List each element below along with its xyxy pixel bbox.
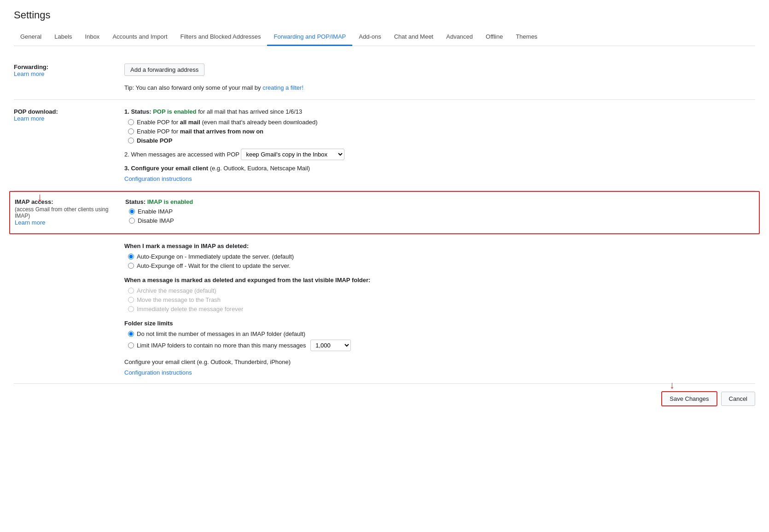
imap-expunged-option3: Immediately delete the message forever [128, 306, 755, 312]
add-forwarding-address-button[interactable]: Add a forwarding address [124, 64, 204, 76]
forwarding-learn-more[interactable]: Learn more [14, 70, 44, 77]
imap-label-col: IMAP access: (access Gmail from other cl… [15, 198, 125, 226]
tab-forwarding-pop-imap[interactable]: Forwarding and POP/IMAP [267, 29, 352, 46]
tab-themes[interactable]: Themes [509, 29, 544, 46]
folder-limit-select[interactable]: 1,000 2,000 5,000 10,000 [310, 340, 351, 351]
tab-accounts-import[interactable]: Accounts and Import [106, 29, 174, 46]
imap-status-prefix: Status: [125, 198, 147, 205]
imap-expunged-radio-group: Archive the message (default) Move the m… [128, 287, 755, 312]
pop-option1: Enable POP for all mail (even mail that'… [128, 119, 755, 126]
pop-learn-more[interactable]: Learn more [14, 115, 44, 122]
pop-option2-label: Enable POP for mail that arrives from no… [137, 128, 263, 135]
pop-config-instructions-link[interactable]: Configuration instructions [124, 175, 192, 182]
imap-content: Status: IMAP is enabled Enable IMAP Disa… [125, 198, 754, 227]
pop-step3-label: 3. Configure your email client [124, 165, 208, 172]
imap-deleted-radio-group: Auto-Expunge on - Immediately update the… [128, 253, 755, 269]
imap-access-section: IMAP access: (access Gmail from other cl… [9, 191, 760, 234]
pop-step2: 2. When messages are accessed with POP k… [124, 149, 755, 160]
save-changes-button[interactable]: Save Changes [661, 391, 717, 406]
tab-chat-meet[interactable]: Chat and Meet [388, 29, 440, 46]
forwarding-section: Forwarding: Learn more Add a forwarding … [14, 55, 755, 100]
imap-disable-radio[interactable] [129, 218, 135, 224]
pop-status-text: POP is enabled [153, 108, 196, 115]
bottom-bar: ↓ Save Changes Cancel [14, 384, 755, 414]
imap-configure-eg: (e.g. Outlook, Thunderbird, iPhone) [195, 359, 291, 365]
forwarding-tip: Tip: You can also forward only some of y… [124, 84, 755, 91]
forwarding-content: Add a forwarding address Tip: You can al… [124, 64, 755, 91]
pop-step3: 3. Configure your email client (e.g. Out… [124, 165, 755, 172]
pop-download-section: POP download: Learn more 1. Status: POP … [14, 100, 755, 191]
page-title: Settings [14, 9, 755, 21]
folder-size-section: Folder size limits Do not limit the numb… [124, 320, 755, 351]
pop-status-suffix: for all mail that has arrived since 1/6/… [197, 108, 303, 115]
imap-configure-label: Configure your email client [124, 359, 195, 365]
pop-option2: Enable POP for mail that arrives from no… [128, 128, 755, 135]
imap-expunged-section: When a message is marked as deleted and … [124, 277, 755, 312]
imap-expunged-option1: Archive the message (default) [128, 287, 755, 294]
tab-add-ons[interactable]: Add-ons [352, 29, 387, 46]
folder-no-limit-radio[interactable] [128, 331, 134, 337]
tab-labels[interactable]: Labels [48, 29, 78, 46]
pop-status-prefix: 1. Status: [124, 108, 153, 115]
imap-delete-forever-label: Immediately delete the message forever [137, 306, 243, 312]
pop-option2-radio[interactable] [128, 128, 134, 134]
pop-radio-group: Enable POP for all mail (even mail that'… [128, 119, 755, 144]
pop-option3-label: Disable POP [137, 137, 172, 144]
imap-status: Status: IMAP is enabled [125, 198, 754, 205]
imap-label: IMAP access: [15, 198, 116, 205]
pop-step3-eg: (e.g. Outlook, Eudora, Netscape Mail) [208, 165, 310, 172]
pop-content: 1. Status: POP is enabled for all mail t… [124, 108, 755, 182]
imap-expunged-option2: Move the message to the Trash [128, 296, 755, 303]
imap-delete-forever-radio[interactable] [128, 306, 134, 312]
creating-filter-link[interactable]: creating a filter! [262, 84, 303, 91]
pop-label: POP download: [14, 108, 115, 115]
imap-enable-label: Enable IMAP [138, 208, 173, 215]
imap-settings-content: When I mark a message in IMAP as deleted… [124, 243, 755, 376]
folder-limit-prefix: Limit IMAP folders to contain no more th… [137, 342, 306, 349]
pop-when-accessed-select[interactable]: keep Gmail's copy in the Inbox archive G… [241, 149, 344, 160]
imap-enable-radio[interactable] [129, 208, 135, 214]
tab-filters-blocked[interactable]: Filters and Blocked Addresses [174, 29, 268, 46]
imap-expunged-label: When a message is marked as deleted and … [124, 277, 755, 283]
tab-general[interactable]: General [14, 29, 48, 46]
tabs-bar: General Labels Inbox Accounts and Import… [14, 29, 755, 46]
imap-learn-more[interactable]: Learn more [15, 219, 45, 226]
imap-archive-label: Archive the message (default) [137, 287, 216, 294]
folder-limit: Limit IMAP folders to contain no more th… [128, 340, 755, 351]
imap-settings-section: When I mark a message in IMAP as deleted… [14, 234, 755, 376]
folder-radio-group: Do not limit the number of messages in a… [128, 330, 755, 351]
imap-down-arrow: ↓ [37, 190, 43, 204]
imap-auto-expunge-on-label: Auto-Expunge on - Immediately update the… [137, 253, 294, 260]
imap-auto-expunge-on-radio[interactable] [128, 254, 134, 260]
folder-limit-radio[interactable] [128, 342, 134, 348]
pop-option3-radio[interactable] [128, 138, 134, 144]
imap-deleted-section: When I mark a message in IMAP as deleted… [124, 243, 755, 269]
pop-option1-radio[interactable] [128, 119, 134, 125]
save-arrow: ↓ [670, 379, 675, 391]
imap-trash-radio[interactable] [128, 297, 134, 303]
imap-trash-label: Move the message to the Trash [137, 296, 221, 303]
imap-auto-expunge-off: Auto-Expunge off - Wait for the client t… [128, 262, 755, 269]
forwarding-label: Forwarding: [14, 64, 115, 70]
imap-description: (access Gmail from other clients using I… [15, 206, 116, 219]
cancel-button[interactable]: Cancel [721, 392, 755, 406]
pop-option1-label: Enable POP for all mail (even mail that'… [137, 119, 318, 126]
save-btn-container: Save Changes [661, 391, 717, 406]
imap-deleted-label: When I mark a message in IMAP as deleted… [124, 243, 755, 249]
imap-auto-expunge-on: Auto-Expunge on - Immediately update the… [128, 253, 755, 260]
pop-option3: Disable POP [128, 137, 755, 144]
imap-auto-expunge-off-label: Auto-Expunge off - Wait for the client t… [137, 262, 291, 269]
imap-radio-group: Enable IMAP Disable IMAP [129, 208, 754, 224]
folder-no-limit-label: Do not limit the number of messages in a… [137, 330, 305, 337]
tab-advanced[interactable]: Advanced [440, 29, 479, 46]
tip-prefix: Tip: You can also forward only some of y… [124, 84, 261, 91]
imap-archive-radio[interactable] [128, 288, 134, 294]
imap-enable-option: Enable IMAP [129, 208, 754, 215]
imap-config-instructions-link[interactable]: Configuration instructions [124, 369, 192, 376]
imap-configure-section: Configure your email client (e.g. Outloo… [124, 359, 755, 365]
folder-limit-label: Limit IMAP folders to contain no more th… [137, 340, 351, 351]
tab-offline[interactable]: Offline [479, 29, 509, 46]
folder-size-label: Folder size limits [124, 320, 755, 327]
tab-inbox[interactable]: Inbox [79, 29, 106, 46]
imap-auto-expunge-off-radio[interactable] [128, 263, 134, 269]
